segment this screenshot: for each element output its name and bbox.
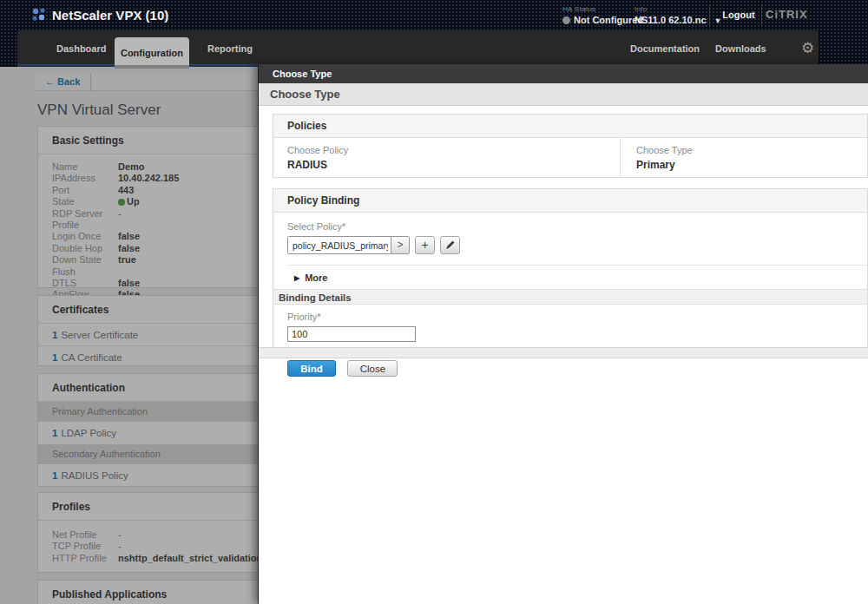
choose-policy-cell: Choose Policy RADIUS — [273, 138, 620, 177]
choose-policy-label: Choose Policy — [287, 145, 620, 155]
nav-link-documentation[interactable]: Documentation — [630, 30, 700, 67]
app-title: NetScaler VPX (10) — [52, 0, 168, 30]
priority-label: Priority* — [287, 312, 867, 322]
bind-button[interactable]: Bind — [287, 360, 336, 377]
policy-binding-title: Policy Binding — [273, 189, 867, 213]
choose-policy-value: RADIUS — [287, 159, 620, 171]
close-button[interactable]: Close — [347, 360, 398, 377]
tab-configuration[interactable]: Configuration — [115, 37, 189, 69]
netscaler-app: NetScaler VPX (10) HA Status Not Configu… — [0, 0, 868, 604]
choose-type-label: Choose Type — [636, 145, 867, 155]
pencil-icon — [444, 240, 456, 251]
edit-policy-button[interactable] — [440, 236, 460, 254]
expand-arrow-icon: ▶ — [294, 274, 299, 282]
more-expander[interactable]: ▶More — [287, 266, 867, 289]
citrix-logo: CiTRIX — [766, 8, 808, 21]
logout-button[interactable]: Logout — [717, 0, 760, 30]
header-divider — [709, 4, 710, 26]
policies-section: Policies Choose Policy RADIUS Choose Typ… — [273, 114, 868, 178]
plus-icon: + — [421, 238, 428, 252]
binding-details-header: Binding Details — [273, 289, 867, 305]
gear-icon[interactable]: ⚙ — [801, 30, 814, 67]
ha-status-dot-icon — [562, 16, 570, 24]
modal-header: Choose Type — [259, 83, 868, 106]
ha-status-label: HA Status — [562, 5, 643, 13]
policies-section-title: Policies — [273, 115, 867, 138]
top-header: NetScaler VPX (10) HA Status Not Configu… — [0, 0, 868, 30]
select-policy-input[interactable] — [288, 237, 391, 253]
netscaler-logo-icon — [31, 7, 47, 23]
form-footer-band — [259, 347, 868, 358]
ha-status-block: HA Status Not Configured — [562, 5, 643, 25]
nav-link-downloads[interactable]: Downloads — [715, 30, 766, 67]
expand-policy-chevron-icon[interactable]: > — [391, 237, 409, 253]
add-policy-button[interactable]: + — [415, 236, 435, 254]
select-policy-group: > — [287, 236, 410, 254]
modal-titlebar: Choose Type — [259, 64, 868, 83]
tab-dashboard[interactable]: Dashboard — [56, 30, 106, 67]
ha-status-value: Not Configured — [562, 15, 643, 25]
select-policy-label: Select Policy* — [287, 221, 867, 232]
header-divider — [761, 4, 762, 26]
priority-input[interactable] — [287, 326, 416, 342]
choose-type-value: Primary — [636, 159, 867, 171]
choose-type-cell: Choose Type Primary — [620, 138, 867, 177]
main-nav-bar: Dashboard Configuration Reporting Docume… — [17, 30, 819, 67]
tab-reporting[interactable]: Reporting — [207, 30, 253, 67]
policy-binding-section: Policy Binding Select Policy* > + ▶More … — [273, 188, 868, 348]
choose-type-modal: Choose Type Choose Type Policies Choose … — [258, 64, 868, 604]
modal-dim-overlay — [0, 65, 258, 604]
